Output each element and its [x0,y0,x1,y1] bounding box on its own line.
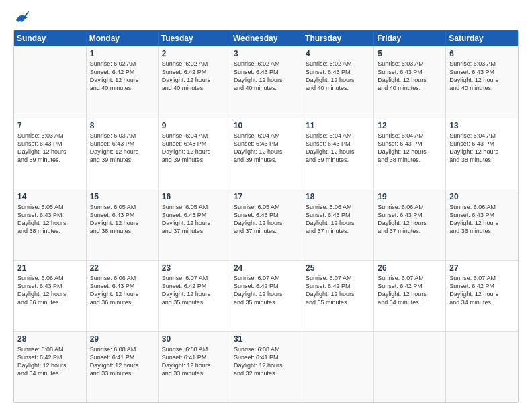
calendar-cell: 13Sunrise: 6:04 AM Sunset: 6:43 PM Dayli… [446,118,518,189]
page: SundayMondayTuesdayWednesdayThursdayFrid… [0,0,532,411]
cell-info: Sunrise: 6:07 AM Sunset: 6:42 PM Dayligh… [162,274,226,307]
calendar-cell: 5Sunrise: 6:03 AM Sunset: 6:43 PM Daylig… [374,46,446,118]
date-number: 26 [378,263,442,273]
calendar-cell: 25Sunrise: 6:07 AM Sunset: 6:42 PM Dayli… [302,260,374,331]
calendar-cell: 19Sunrise: 6:06 AM Sunset: 6:43 PM Dayli… [374,189,446,260]
cell-info: Sunrise: 6:08 AM Sunset: 6:41 PM Dayligh… [162,345,226,378]
cell-info: Sunrise: 6:06 AM Sunset: 6:43 PM Dayligh… [17,274,83,307]
date-number: 10 [234,121,298,130]
calendar-cell: 24Sunrise: 6:07 AM Sunset: 6:42 PM Dayli… [230,260,302,331]
calendar-cell: 16Sunrise: 6:05 AM Sunset: 6:43 PM Dayli… [158,189,230,260]
calendar-cell [374,331,446,402]
cell-info: Sunrise: 6:08 AM Sunset: 6:42 PM Dayligh… [17,345,83,378]
calendar-cell: 14Sunrise: 6:05 AM Sunset: 6:43 PM Dayli… [14,189,86,260]
cell-info: Sunrise: 6:08 AM Sunset: 6:41 PM Dayligh… [90,345,154,378]
day-header-cell: Monday [86,30,158,46]
day-header-row: SundayMondayTuesdayWednesdayThursdayFrid… [14,30,518,46]
week-row: 21Sunrise: 6:06 AM Sunset: 6:43 PM Dayli… [14,260,518,331]
calendar-cell: 26Sunrise: 6:07 AM Sunset: 6:42 PM Dayli… [374,260,446,331]
date-number: 23 [162,263,226,273]
cell-info: Sunrise: 6:02 AM Sunset: 6:42 PM Dayligh… [162,60,226,93]
date-number: 12 [378,121,442,130]
date-number: 14 [17,192,83,201]
calendar-cell: 10Sunrise: 6:04 AM Sunset: 6:43 PM Dayli… [230,118,302,189]
date-number: 1 [90,49,154,58]
day-header-cell: Sunday [14,30,86,46]
day-header-cell: Tuesday [158,30,230,46]
cell-info: Sunrise: 6:05 AM Sunset: 6:43 PM Dayligh… [90,203,154,236]
date-number: 30 [162,334,226,344]
week-row: 7Sunrise: 6:03 AM Sunset: 6:43 PM Daylig… [14,118,518,189]
week-row: 14Sunrise: 6:05 AM Sunset: 6:43 PM Dayli… [14,189,518,260]
calendar-cell: 11Sunrise: 6:04 AM Sunset: 6:43 PM Dayli… [302,118,374,189]
cell-info: Sunrise: 6:03 AM Sunset: 6:43 PM Dayligh… [378,60,442,93]
calendar-cell: 30Sunrise: 6:08 AM Sunset: 6:41 PM Dayli… [158,331,230,402]
day-header-cell: Saturday [446,30,518,46]
date-number: 20 [449,192,515,201]
calendar-cell: 18Sunrise: 6:06 AM Sunset: 6:43 PM Dayli… [302,189,374,260]
cell-info: Sunrise: 6:05 AM Sunset: 6:43 PM Dayligh… [162,203,226,236]
logo-text [13,11,30,23]
date-number: 29 [90,334,154,344]
date-number: 8 [90,121,154,130]
date-number: 31 [234,334,298,344]
cell-info: Sunrise: 6:08 AM Sunset: 6:41 PM Dayligh… [234,345,298,378]
calendar-cell: 21Sunrise: 6:06 AM Sunset: 6:43 PM Dayli… [14,260,86,331]
calendar-cell: 8Sunrise: 6:03 AM Sunset: 6:43 PM Daylig… [86,118,158,189]
date-number: 19 [378,192,442,201]
cell-info: Sunrise: 6:04 AM Sunset: 6:43 PM Dayligh… [449,132,515,165]
calendar-cell: 17Sunrise: 6:05 AM Sunset: 6:43 PM Dayli… [230,189,302,260]
calendar-cell: 7Sunrise: 6:03 AM Sunset: 6:43 PM Daylig… [14,118,86,189]
cell-info: Sunrise: 6:07 AM Sunset: 6:42 PM Dayligh… [378,274,442,307]
cell-info: Sunrise: 6:07 AM Sunset: 6:42 PM Dayligh… [234,274,298,307]
calendar-cell [302,331,374,402]
date-number: 24 [234,263,298,273]
cell-info: Sunrise: 6:07 AM Sunset: 6:42 PM Dayligh… [306,274,370,307]
day-header-cell: Thursday [302,30,374,46]
logo [13,11,30,23]
calendar: SundayMondayTuesdayWednesdayThursdayFrid… [13,30,519,403]
calendar-cell [14,46,86,118]
week-row: 28Sunrise: 6:08 AM Sunset: 6:42 PM Dayli… [14,331,518,402]
date-number: 11 [306,121,370,130]
cell-info: Sunrise: 6:04 AM Sunset: 6:43 PM Dayligh… [378,132,442,165]
cell-info: Sunrise: 6:05 AM Sunset: 6:43 PM Dayligh… [17,203,83,236]
calendar-cell: 29Sunrise: 6:08 AM Sunset: 6:41 PM Dayli… [86,331,158,402]
cell-info: Sunrise: 6:04 AM Sunset: 6:43 PM Dayligh… [306,132,370,165]
calendar-body: 1Sunrise: 6:02 AM Sunset: 6:42 PM Daylig… [14,46,518,402]
calendar-table: SundayMondayTuesdayWednesdayThursdayFrid… [14,30,518,402]
date-number: 7 [17,121,83,130]
calendar-cell: 22Sunrise: 6:06 AM Sunset: 6:43 PM Dayli… [86,260,158,331]
calendar-cell: 12Sunrise: 6:04 AM Sunset: 6:43 PM Dayli… [374,118,446,189]
cell-info: Sunrise: 6:04 AM Sunset: 6:43 PM Dayligh… [234,132,298,165]
calendar-cell: 27Sunrise: 6:07 AM Sunset: 6:42 PM Dayli… [446,260,518,331]
date-number: 21 [17,263,83,273]
date-number: 16 [162,192,226,201]
cell-info: Sunrise: 6:03 AM Sunset: 6:43 PM Dayligh… [17,132,83,165]
cell-info: Sunrise: 6:06 AM Sunset: 6:43 PM Dayligh… [90,274,154,307]
calendar-cell [446,331,518,402]
cell-info: Sunrise: 6:02 AM Sunset: 6:43 PM Dayligh… [306,60,370,93]
day-header-cell: Wednesday [230,30,302,46]
week-row: 1Sunrise: 6:02 AM Sunset: 6:42 PM Daylig… [14,46,518,118]
calendar-cell: 4Sunrise: 6:02 AM Sunset: 6:43 PM Daylig… [302,46,374,118]
date-number: 13 [449,121,515,130]
date-number: 2 [162,49,226,58]
cell-info: Sunrise: 6:06 AM Sunset: 6:43 PM Dayligh… [378,203,442,236]
cell-info: Sunrise: 6:03 AM Sunset: 6:43 PM Dayligh… [90,132,154,165]
cell-info: Sunrise: 6:07 AM Sunset: 6:42 PM Dayligh… [449,274,515,307]
date-number: 27 [449,263,515,273]
date-number: 17 [234,192,298,201]
calendar-cell: 23Sunrise: 6:07 AM Sunset: 6:42 PM Dayli… [158,260,230,331]
date-number: 9 [162,121,226,130]
date-number: 3 [234,49,298,58]
cell-info: Sunrise: 6:05 AM Sunset: 6:43 PM Dayligh… [234,203,298,236]
calendar-cell: 20Sunrise: 6:06 AM Sunset: 6:43 PM Dayli… [446,189,518,260]
calendar-cell: 15Sunrise: 6:05 AM Sunset: 6:43 PM Dayli… [86,189,158,260]
calendar-cell: 31Sunrise: 6:08 AM Sunset: 6:41 PM Dayli… [230,331,302,402]
calendar-cell: 1Sunrise: 6:02 AM Sunset: 6:42 PM Daylig… [86,46,158,118]
header [13,11,519,23]
date-number: 4 [306,49,370,58]
cell-info: Sunrise: 6:02 AM Sunset: 6:42 PM Dayligh… [90,60,154,93]
calendar-cell: 3Sunrise: 6:02 AM Sunset: 6:43 PM Daylig… [230,46,302,118]
